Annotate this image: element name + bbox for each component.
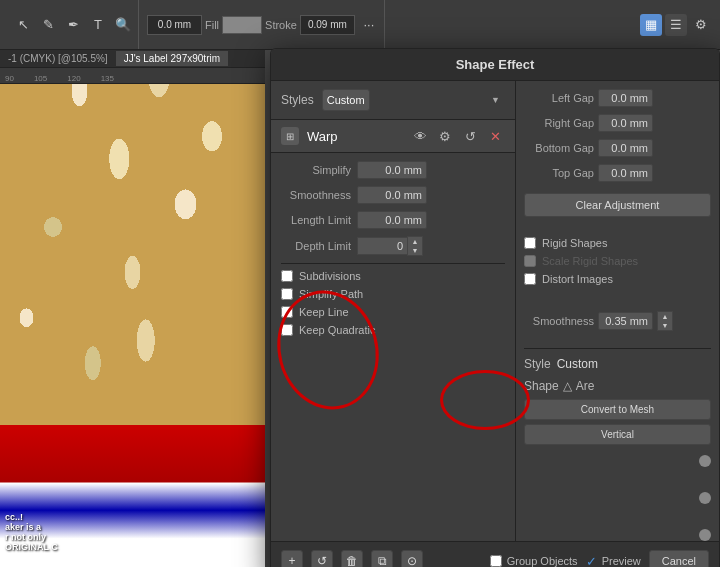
dialog-title: Shape Effect — [271, 49, 719, 81]
scale-rigid-shapes-checkbox[interactable] — [524, 255, 536, 267]
fill-swatch[interactable] — [222, 16, 262, 34]
keep-quadratic-checkbox[interactable] — [281, 324, 293, 336]
toolbar-settings-btn[interactable]: ⚙ — [690, 14, 712, 36]
cancel-btn[interactable]: Cancel — [649, 550, 709, 567]
left-gap-row: Left Gap — [524, 89, 711, 107]
toolbar-zoom-btn[interactable]: 🔍 — [112, 14, 134, 36]
tab-label[interactable]: JJ's Label 297x90trim — [116, 51, 228, 66]
horizontal-ruler: 90 105 120 135 — [0, 68, 265, 84]
ruler-mark-105: 105 — [34, 74, 47, 83]
simplify-path-checkbox[interactable] — [281, 288, 293, 300]
toolbar-arrow-btn[interactable]: ↖ — [12, 14, 34, 36]
warp-reset-btn[interactable]: ↺ — [460, 126, 480, 146]
stroke-input[interactable]: 0.09 mm — [300, 15, 355, 35]
simplify-path-label: Simplify Path — [299, 288, 363, 300]
delete-btn[interactable]: 🗑 — [341, 550, 363, 567]
duplicate-btn[interactable]: ⧉ — [371, 550, 393, 567]
right-gap-label: Right Gap — [524, 117, 594, 129]
smoothness-row: Smoothness — [281, 186, 505, 204]
group-objects-row: Group Objects — [490, 555, 578, 567]
top-gap-row: Top Gap — [524, 164, 711, 182]
toolbar-edit-btn[interactable]: ✎ — [37, 14, 59, 36]
bottom-gap-input[interactable] — [598, 139, 653, 157]
scale-rigid-shapes-row: Scale Rigid Shapes — [524, 255, 711, 267]
smoothness-right-row: Smoothness ▲ ▼ — [524, 311, 711, 331]
rigid-shapes-row: Rigid Shapes — [524, 237, 711, 249]
rigid-shapes-checkbox[interactable] — [524, 237, 536, 249]
warp-eye-btn[interactable]: 👁 — [410, 126, 430, 146]
toolbar-group-size: 0.0 mm Fill Stroke 0.09 mm ··· — [143, 0, 385, 49]
subdivisions-checkbox[interactable] — [281, 270, 293, 282]
keep-line-checkbox[interactable] — [281, 306, 293, 318]
warp-close-btn[interactable]: ✕ — [485, 126, 505, 146]
distort-images-row: Distort Images — [524, 273, 711, 285]
styles-row: Styles Custom — [271, 81, 515, 120]
rigid-shapes-label: Rigid Shapes — [542, 237, 607, 249]
left-gap-label: Left Gap — [524, 92, 594, 104]
add-btn[interactable]: + — [281, 550, 303, 567]
length-limit-input[interactable] — [357, 211, 427, 229]
convert-to-mesh-btn[interactable]: Convert to Mesh — [524, 399, 711, 420]
warp-gear-btn[interactable]: ⚙ — [435, 126, 455, 146]
simplify-row: Simplify — [281, 161, 505, 179]
style-mini-panel: Style Custom Shape △ Are Convert to Mesh… — [524, 348, 711, 567]
group-objects-label: Group Objects — [507, 555, 578, 567]
keep-quadratic-label: Keep Quadratic — [299, 324, 375, 336]
smoothness-right-label: Smoothness — [524, 315, 594, 327]
distort-images-label: Distort Images — [542, 273, 613, 285]
slider-knob-2[interactable] — [699, 492, 711, 504]
shape-label: Shape — [524, 379, 559, 393]
warp-controls: 👁 ⚙ ↺ ✕ — [410, 126, 505, 146]
styles-select[interactable]: Custom — [322, 89, 370, 111]
shape-icon: △ — [563, 379, 572, 393]
top-gap-input[interactable] — [598, 164, 653, 182]
canvas-area: cc..! aker is a r not only ORIGINAL C — [0, 0, 265, 567]
smoothness-spinner: ▲ ▼ — [657, 311, 673, 331]
size-input[interactable]: 0.0 mm — [147, 15, 202, 35]
smoothness-right-input[interactable] — [598, 312, 653, 330]
keep-line-row: Keep Line — [281, 306, 505, 318]
slider-knob-1[interactable] — [699, 455, 711, 467]
depth-limit-label: Depth Limit — [281, 240, 351, 252]
simplify-path-row: Simplify Path — [281, 288, 505, 300]
toolbar-text-btn[interactable]: T — [87, 14, 109, 36]
ruler-marks: 90 105 120 135 — [0, 68, 114, 83]
subdivisions-label: Subdivisions — [299, 270, 361, 282]
smoothness-up-btn[interactable]: ▲ — [658, 312, 672, 321]
dialog-body: Styles Custom ⊞ Warp 👁 ⚙ ↺ ✕ — [271, 81, 719, 541]
smoothness-down-btn[interactable]: ▼ — [658, 321, 672, 330]
area-label: Are — [576, 379, 595, 393]
tab-cmyk[interactable]: -1 (CMYK) [@105.5%] — [0, 51, 116, 66]
target-btn[interactable]: ⊙ — [401, 550, 423, 567]
top-toolbar: ↖ ✎ ✒ T 🔍 0.0 mm Fill Stroke 0.09 mm ···… — [0, 0, 720, 50]
right-gap-input[interactable] — [598, 114, 653, 132]
style-panel-value: Custom — [557, 357, 598, 371]
ruler-mark-120: 120 — [67, 74, 80, 83]
toolbar-more-btn[interactable]: ··· — [358, 14, 380, 36]
simplify-input[interactable] — [357, 161, 427, 179]
bottom-gap-label: Bottom Gap — [524, 142, 594, 154]
group-objects-checkbox[interactable] — [490, 555, 502, 567]
toolbar-group-tools: ↖ ✎ ✒ T 🔍 — [8, 0, 139, 49]
subdivisions-row: Subdivisions — [281, 270, 505, 282]
left-gap-input[interactable] — [598, 89, 653, 107]
undo-btn[interactable]: ↺ — [311, 550, 333, 567]
toolbar-pen-btn[interactable]: ✒ — [62, 14, 84, 36]
right-gap-row: Right Gap — [524, 114, 711, 132]
toolbar-list-btn[interactable]: ☰ — [665, 14, 687, 36]
clear-adjustment-btn[interactable]: Clear Adjustment — [524, 193, 711, 217]
depth-limit-input[interactable] — [357, 237, 407, 255]
slider-knob-3[interactable] — [699, 529, 711, 541]
toolbar-grid-btn[interactable]: ▦ — [640, 14, 662, 36]
smoothness-input[interactable] — [357, 186, 427, 204]
shape-area: Shape △ Are — [524, 379, 711, 393]
vertical-btn[interactable]: Vertical — [524, 424, 711, 445]
depth-down-btn[interactable]: ▼ — [408, 246, 422, 255]
dialog-left-panel: Styles Custom ⊞ Warp 👁 ⚙ ↺ ✕ — [271, 81, 516, 541]
length-limit-row: Length Limit — [281, 211, 505, 229]
scale-rigid-shapes-label: Scale Rigid Shapes — [542, 255, 638, 267]
bottom-gap-row: Bottom Gap — [524, 139, 711, 157]
styles-select-wrapper: Custom — [322, 89, 505, 111]
depth-up-btn[interactable]: ▲ — [408, 237, 422, 246]
distort-images-checkbox[interactable] — [524, 273, 536, 285]
